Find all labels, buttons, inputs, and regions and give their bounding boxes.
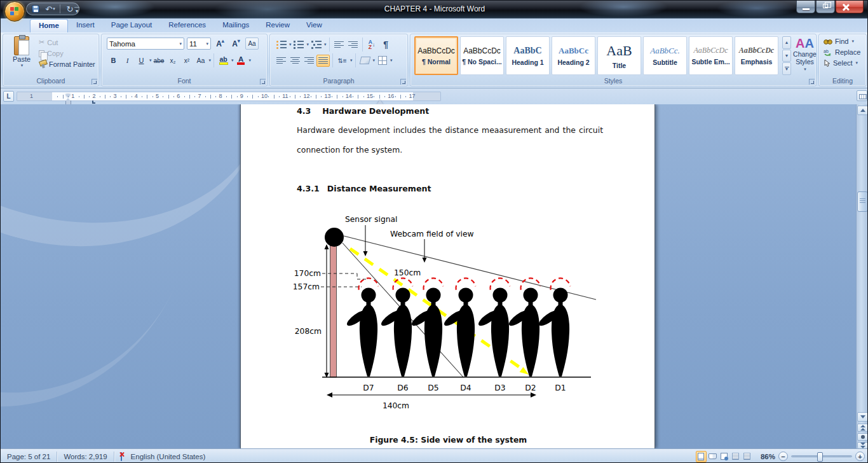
- page-indicator[interactable]: Page: 5 of 21: [1, 453, 57, 460]
- restore-button[interactable]: [816, 1, 835, 13]
- tab-insert[interactable]: Insert: [68, 19, 103, 32]
- select-button[interactable]: Select▾: [824, 59, 860, 67]
- tab-selector-button[interactable]: L: [3, 91, 14, 102]
- tab-home[interactable]: Home: [30, 19, 68, 32]
- cut-button[interactable]: ✂Cut: [39, 38, 95, 46]
- style-subtle-em[interactable]: AaBbCcDcSubtle Em...: [689, 36, 733, 75]
- print-layout-view-button[interactable]: [696, 451, 707, 462]
- vertical-scrollbar[interactable]: [856, 104, 868, 448]
- select-dropdown-arrow[interactable]: ▾: [856, 60, 858, 66]
- underline-dropdown-arrow[interactable]: ▾: [149, 58, 152, 63]
- paragraph-dialog-launcher[interactable]: [400, 79, 406, 85]
- tab-mailings[interactable]: Mailings: [214, 19, 257, 32]
- line-spacing-dropdown-arrow[interactable]: ▾: [350, 58, 353, 63]
- sort-button[interactable]: AZ↓: [365, 39, 379, 51]
- change-styles-button[interactable]: AA Change Styles ▾: [794, 36, 815, 77]
- word-count[interactable]: Words: 2,919: [57, 453, 113, 460]
- tab-review[interactable]: Review: [257, 19, 298, 32]
- numbering-button[interactable]: [292, 39, 306, 51]
- tab-view[interactable]: View: [298, 19, 330, 32]
- show-hide-button[interactable]: ¶: [379, 39, 393, 51]
- style-normal[interactable]: AaBbCcDc¶ Normal: [414, 36, 458, 75]
- align-left-button[interactable]: [275, 55, 288, 67]
- minimize-button[interactable]: [796, 1, 815, 13]
- style-heading-2[interactable]: AaBbCcHeading 2: [552, 36, 595, 75]
- change-case-button[interactable]: Aa: [194, 55, 208, 67]
- font-dialog-launcher[interactable]: [260, 79, 266, 85]
- underline-button[interactable]: U: [135, 55, 148, 67]
- clipboard-dialog-launcher[interactable]: [92, 79, 97, 85]
- bullets-dropdown-arrow[interactable]: ▾: [289, 42, 292, 47]
- zoom-in-button[interactable]: +: [855, 452, 865, 461]
- tab-page-layout[interactable]: Page Layout: [103, 19, 161, 32]
- next-page-button[interactable]: [857, 442, 868, 448]
- style-heading-1[interactable]: AaBbCHeading 1: [506, 36, 550, 75]
- clear-formatting-button[interactable]: Aa: [245, 38, 259, 50]
- close-button[interactable]: [836, 1, 864, 13]
- copy-button[interactable]: Copy: [39, 50, 95, 57]
- shading-dropdown-arrow[interactable]: ▾: [373, 58, 376, 63]
- proofing-status-button[interactable]: [114, 453, 128, 460]
- highlight-dropdown-arrow[interactable]: ▾: [231, 58, 234, 63]
- styles-scroll-up-button[interactable]: ▲: [782, 36, 791, 49]
- numbering-dropdown-arrow[interactable]: ▾: [307, 42, 309, 47]
- multilevel-list-button[interactable]: [309, 39, 323, 51]
- style-title[interactable]: AaBTitle: [597, 36, 641, 75]
- styles-scroll-down-button[interactable]: ▼: [782, 50, 791, 62]
- change-case-dropdown-arrow[interactable]: ▾: [209, 58, 212, 63]
- tab-references[interactable]: References: [160, 19, 214, 32]
- subscript-button[interactable]: x₂: [166, 55, 180, 67]
- decrease-indent-button[interactable]: [332, 39, 346, 51]
- shrink-font-button[interactable]: A: [229, 38, 243, 50]
- increase-indent-button[interactable]: [346, 39, 360, 51]
- styles-more-button[interactable]: ▼: [782, 62, 791, 75]
- scrollbar-thumb[interactable]: [857, 191, 868, 212]
- ruler-toggle-button[interactable]: [857, 90, 867, 101]
- style-no-spaci[interactable]: AaBbCcDc¶ No Spaci...: [460, 36, 504, 75]
- superscript-button[interactable]: x²: [180, 55, 194, 67]
- paste-dropdown-arrow[interactable]: ▾: [21, 63, 24, 68]
- font-color-button[interactable]: A: [234, 55, 248, 67]
- replace-button[interactable]: abc Replace: [824, 48, 860, 56]
- zoom-slider-thumb[interactable]: [817, 452, 823, 462]
- align-center-button[interactable]: [288, 55, 302, 67]
- shading-button[interactable]: [358, 55, 372, 67]
- multilevel-dropdown-arrow[interactable]: ▾: [324, 42, 327, 47]
- styles-dialog-launcher[interactable]: [809, 79, 815, 85]
- previous-page-button[interactable]: [857, 424, 868, 432]
- outline-view-button[interactable]: [730, 451, 741, 462]
- zoom-slider[interactable]: [791, 455, 852, 457]
- font-size-combo[interactable]: 11▾: [187, 38, 211, 50]
- zoom-level[interactable]: 86%: [761, 453, 775, 460]
- italic-button[interactable]: I: [121, 55, 134, 67]
- style-emphasis[interactable]: AaBbCcDcEmphasis: [735, 36, 778, 75]
- language-indicator[interactable]: English (United States): [128, 453, 212, 460]
- find-dropdown-arrow[interactable]: ▾: [851, 39, 854, 44]
- zoom-out-button[interactable]: −: [778, 452, 788, 461]
- office-button[interactable]: [4, 1, 25, 22]
- find-button[interactable]: Find▾: [824, 38, 860, 45]
- borders-button[interactable]: [376, 55, 389, 67]
- strikethrough-button[interactable]: abe: [153, 55, 166, 67]
- change-styles-dropdown-arrow[interactable]: ▾: [804, 66, 806, 73]
- fullscreen-reading-view-button[interactable]: [707, 451, 718, 462]
- qat-customize-button[interactable]: —▾: [74, 4, 79, 13]
- browse-object-button[interactable]: [857, 433, 868, 441]
- bold-button[interactable]: B: [107, 55, 120, 67]
- horizontal-ruler[interactable]: 1 1234567891011121314151617: [17, 92, 441, 101]
- web-layout-view-button[interactable]: [719, 451, 729, 462]
- right-indent-marker[interactable]: [377, 100, 383, 104]
- redo-button[interactable]: ↻: [65, 4, 75, 14]
- save-button[interactable]: [31, 4, 41, 14]
- bullets-button[interactable]: [275, 39, 288, 51]
- grow-font-button[interactable]: A: [214, 38, 227, 50]
- highlight-button[interactable]: ab: [217, 55, 230, 67]
- paste-button[interactable]: Paste ▾: [8, 36, 35, 77]
- line-spacing-button[interactable]: ⇅≡: [336, 55, 349, 67]
- font-color-dropdown-arrow[interactable]: ▾: [249, 58, 252, 63]
- justify-button[interactable]: [316, 55, 330, 67]
- draft-view-button[interactable]: [742, 451, 752, 462]
- style-subtitle[interactable]: AaBbCc.Subtitle: [643, 36, 687, 75]
- borders-dropdown-arrow[interactable]: ▾: [390, 58, 393, 63]
- format-painter-button[interactable]: Format Painter: [39, 60, 95, 68]
